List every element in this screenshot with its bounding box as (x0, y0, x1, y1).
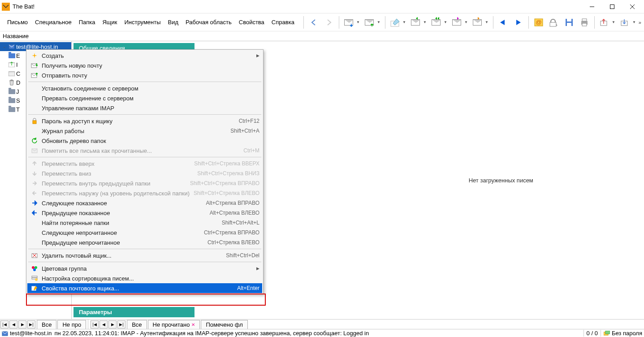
search-button[interactable] (547, 15, 561, 30)
mail-grey-icon (30, 147, 39, 154)
ctx-item[interactable]: Обновить дерево папок (27, 136, 262, 146)
arrow-down-icon (30, 170, 39, 177)
ctx-shortcut: Shift+Ctrl+Стрелка ВЛЕВО (194, 190, 259, 196)
filter-icon (30, 275, 39, 282)
ctx-separator (28, 114, 261, 115)
maximize-button[interactable] (602, 0, 622, 13)
tab-nav-prev-r[interactable]: ◀ (99, 320, 108, 328)
ctx-shortcut: Shift+Ctrl+Alt+L (222, 220, 259, 226)
receive-mail-button[interactable]: ▼ (342, 15, 362, 30)
empty-message-label: Нет загруженных писем (469, 177, 533, 184)
tab-nav-first-r[interactable]: |◀ (91, 320, 99, 328)
save-button[interactable] (562, 15, 576, 30)
ctx-item[interactable]: Цветовая группа▶ (27, 264, 262, 273)
tab-right-unread[interactable]: Не прочитано✕ (148, 320, 200, 329)
tree-expand-icon[interactable]: ⌄ (2, 44, 7, 49)
menu-help[interactable]: Справка (268, 17, 298, 27)
toolbar-overflow[interactable]: » (639, 20, 641, 25)
toolbar: ▼ ▼ ▼ ▼ ▼ ▼ ▼ @ ▼ ▼ » (298, 13, 644, 31)
nav-back-button[interactable] (307, 15, 321, 30)
tab-nav-last-r[interactable]: ▶| (117, 320, 125, 328)
next-button[interactable] (511, 15, 526, 30)
ctx-item: Переместить внизShift+Ctrl+Стрелка ВНИЗ (27, 168, 262, 178)
svg-text:@: @ (536, 19, 541, 26)
tab-right-flagged[interactable]: Помечено фл (201, 320, 247, 329)
svg-point-29 (32, 266, 35, 269)
menu-pismo[interactable]: Письмо (4, 17, 31, 27)
column-header[interactable]: Название (0, 31, 644, 41)
forward-button[interactable]: ▼ (450, 15, 470, 30)
mailbox-icon (8, 43, 15, 50)
ctx-item[interactable]: Удалить почтовый ящик...Shift+Ctrl+Del (27, 251, 262, 260)
send-mail-button[interactable]: ▼ (363, 15, 382, 30)
ctx-item-label: Переместить вверх (42, 160, 194, 167)
ctx-shortcut: Shift+Ctrl+A (230, 128, 259, 134)
import-button[interactable]: ▼ (618, 15, 638, 30)
ctx-item[interactable]: Настройка сортировщика писем... (27, 273, 262, 283)
folder-icon (8, 88, 15, 95)
tab-right-all[interactable]: Все (127, 320, 147, 329)
prev-button[interactable] (496, 15, 510, 30)
ctx-item-label: Журнал работы (42, 128, 230, 134)
ctx-item-label: Следующее показанное (42, 200, 206, 207)
compose-button[interactable]: ▼ (388, 15, 408, 30)
ctx-item[interactable]: Пароль на доступ к ящикуCtrl+F12 (27, 116, 262, 126)
status-password: Без пароля (601, 330, 642, 337)
print-button[interactable] (577, 15, 592, 30)
tab-left-all[interactable]: Все (37, 320, 56, 329)
ctx-item[interactable]: Установить соединение с сервером (27, 83, 262, 93)
ctx-item[interactable]: Управление папками IMAP (27, 103, 262, 113)
ctx-shortcut: Shift+Ctrl+Стрелка ВВЕРХ (194, 160, 259, 167)
outbox-icon (8, 61, 15, 68)
minimize-button[interactable] (582, 0, 602, 13)
ctx-item[interactable]: Отправить почту (27, 70, 262, 80)
ctx-item[interactable]: Журнал работыShift+Ctrl+A (27, 126, 262, 136)
bottom-tabs: |◀ ◀ ▶ ▶| Все Не про |◀ ◀ ▶ ▶| Все Не пр… (0, 319, 644, 329)
nav-fwd-button[interactable] (322, 15, 336, 30)
column-resize[interactable] (642, 31, 644, 41)
ctx-item-label: Переместить внутрь предыдущей папки (42, 180, 190, 187)
ctx-shortcut: Alt+Enter (237, 285, 259, 291)
tab-close-icon[interactable]: ✕ (191, 322, 195, 327)
ctx-item-label: Пометить все письма как прочитанные... (42, 147, 243, 154)
ctx-item[interactable]: Предыдущее непрочитанноеCtrl+Стрелка ВЛЕ… (27, 238, 262, 247)
tab-nav-prev[interactable]: ◀ (9, 320, 17, 328)
export-button[interactable]: ▼ (597, 15, 617, 30)
ctx-item[interactable]: Следующее непрочитанноеCtrl+Стрелка ВПРА… (27, 228, 262, 238)
blank-icon (30, 127, 39, 134)
tab-nav-next[interactable]: ▶ (18, 320, 26, 328)
ctx-shortcut: Ctrl+Стрелка ВПРАВО (204, 229, 259, 236)
svg-point-30 (35, 266, 37, 269)
tab-nav-last[interactable]: ▶| (27, 320, 35, 328)
reply-button[interactable]: ▼ (409, 15, 428, 30)
menu-tools[interactable]: Инструменты (121, 17, 164, 27)
column-name: Название (3, 33, 29, 39)
ctx-item[interactable]: Создать▶ (27, 51, 262, 60)
ctx-item[interactable]: Прервать соединение с сервером (27, 93, 262, 103)
ctx-item[interactable]: Найти потерянные папкиShift+Ctrl+Alt+L (27, 218, 262, 228)
tab-nav-next-r[interactable]: ▶ (108, 320, 117, 328)
redirect-button[interactable]: ▼ (471, 15, 490, 30)
ctx-item-label: Удалить почтовый ящик... (42, 252, 226, 259)
ctx-item[interactable]: Предыдущее показанноеAlt+Стрелка ВЛЕВО (27, 208, 262, 218)
ctx-item[interactable]: Получить новую почту (27, 60, 262, 70)
params-tab[interactable]: Параметры (73, 307, 194, 317)
tab-nav-first[interactable]: |◀ (0, 320, 9, 328)
menu-box[interactable]: Ящик (99, 17, 121, 27)
menu-properties[interactable]: Свойства (235, 17, 268, 27)
blank-icon (30, 85, 39, 92)
menu-workspace[interactable]: Рабочая область (182, 17, 235, 27)
menu-special[interactable]: Специальное (31, 17, 75, 27)
ctx-separator (28, 82, 261, 82)
menu-folder[interactable]: Папка (75, 17, 99, 27)
tab-left-unread[interactable]: Не про (57, 320, 86, 329)
close-button[interactable] (622, 0, 642, 13)
svg-rect-10 (550, 22, 556, 26)
ctx-item-label: Создать (42, 52, 256, 59)
addressbook-button[interactable]: @ (532, 15, 546, 30)
reply-all-button[interactable]: ▼ (429, 15, 449, 30)
menu-view[interactable]: Вид (164, 17, 182, 27)
ctx-item[interactable]: Следующее показанноеAlt+Стрелка ВПРАВО (27, 198, 262, 208)
ctx-item[interactable]: Свойства почтового ящика...Alt+Enter (27, 283, 262, 293)
mail-down-icon (30, 62, 39, 69)
